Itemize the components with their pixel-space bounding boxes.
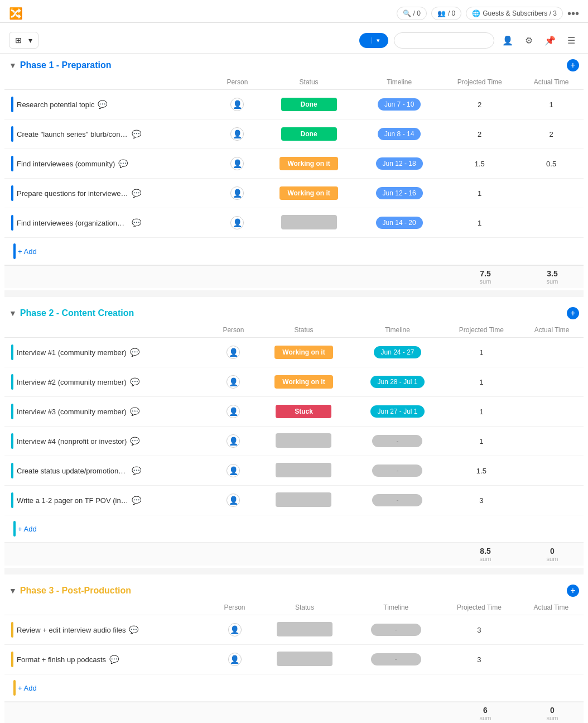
avatar[interactable]: 👤 bbox=[226, 405, 240, 418]
avatar[interactable]: 👤 bbox=[230, 216, 244, 229]
comment-icon[interactable]: 💬 bbox=[130, 348, 139, 357]
table-row: Interview #4 (nonprofit or investor) 💬 👤… bbox=[4, 427, 584, 456]
avatar[interactable]: 👤 bbox=[228, 623, 242, 636]
add-row[interactable]: + Add bbox=[4, 238, 584, 265]
projected-time: 3 bbox=[440, 645, 519, 674]
settings-icon[interactable]: ⚙ bbox=[521, 32, 537, 48]
search-input[interactable] bbox=[394, 32, 494, 49]
comment-icon[interactable]: 💬 bbox=[98, 100, 107, 109]
color-bar bbox=[11, 622, 13, 638]
phase-add-button[interactable]: + bbox=[567, 585, 579, 597]
guests-label: Guests & Subscribers / 3 bbox=[483, 9, 557, 17]
projected-sum: 7.5 sum bbox=[463, 269, 508, 285]
avatar[interactable]: 👤 bbox=[230, 157, 244, 170]
comment-icon[interactable]: 💬 bbox=[130, 437, 139, 446]
search-badge-icon: 🔍 bbox=[403, 9, 411, 17]
comment-icon[interactable]: 💬 bbox=[132, 130, 141, 138]
phase-header-phase2: ▼ Phase 2 - Content Creation + bbox=[4, 301, 584, 323]
row-name-text: Interview #2 (community member) bbox=[17, 378, 127, 386]
phase-toggle-icon[interactable]: ▼ bbox=[9, 61, 17, 70]
add-label[interactable]: + Add bbox=[18, 247, 37, 256]
phase-toggle-icon[interactable]: ▼ bbox=[9, 586, 17, 595]
phase-add-button[interactable]: + bbox=[567, 59, 579, 71]
avatar[interactable]: 👤 bbox=[226, 494, 240, 507]
comment-icon[interactable]: 💬 bbox=[132, 218, 141, 227]
row-name-text: Review + edit interview audio files bbox=[17, 626, 126, 634]
table-row: Prepare questions for interviewees 💬 👤 W… bbox=[4, 179, 584, 208]
avatar[interactable]: 👤 bbox=[226, 464, 240, 477]
phase-title[interactable]: Phase 1 - Preparation bbox=[20, 60, 112, 70]
more-options-icon[interactable]: ••• bbox=[567, 7, 579, 20]
projected-time: 1 bbox=[442, 427, 520, 456]
color-bar bbox=[11, 344, 13, 360]
avatar[interactable]: 👤 bbox=[226, 346, 240, 359]
avatar[interactable]: 👤 bbox=[226, 375, 240, 389]
row-name-text: Find interviewees (community) bbox=[17, 160, 115, 168]
actual-time bbox=[520, 338, 584, 367]
phase-add-button[interactable]: + bbox=[567, 307, 579, 319]
main-table-button[interactable]: ⊞ ▾ bbox=[9, 32, 38, 49]
table-row: Interview #3 (community member) 💬 👤 Stuc… bbox=[4, 397, 584, 427]
actual-sum: 0 sum bbox=[530, 547, 575, 562]
row-name-text: Research potential topic bbox=[17, 100, 94, 109]
comment-icon[interactable]: 💬 bbox=[132, 496, 141, 505]
actual-time: 1 bbox=[519, 90, 584, 119]
actual-time bbox=[520, 486, 584, 515]
guests-badge[interactable]: 🌐 Guests & Subscribers / 3 bbox=[466, 7, 563, 20]
add-label[interactable]: + Add bbox=[18, 525, 37, 533]
avatar[interactable]: 👤 bbox=[226, 434, 240, 448]
add-row[interactable]: + Add bbox=[4, 674, 584, 702]
row-name-text: Interview #3 (community member) bbox=[17, 408, 127, 416]
comment-icon[interactable]: 💬 bbox=[129, 625, 138, 634]
actual-sum: 0 sum bbox=[530, 706, 575, 721]
actual-time bbox=[519, 179, 584, 208]
account-icon[interactable]: 👤 bbox=[500, 32, 515, 48]
comment-icon[interactable]: 💬 bbox=[118, 159, 128, 168]
summary-row: 6 sum 0 sum bbox=[4, 702, 584, 723]
table-row: Create "launch series" blurb/concept 💬 👤… bbox=[4, 119, 584, 149]
col-header: Person bbox=[215, 75, 259, 90]
col-header: Projected Time bbox=[440, 75, 519, 90]
pin-icon[interactable]: 📌 bbox=[542, 32, 558, 48]
projected-time: 1 bbox=[440, 208, 519, 238]
phase-title[interactable]: Phase 2 - Content Creation bbox=[20, 308, 134, 318]
projected-time: 2 bbox=[440, 90, 519, 119]
phase-toggle-icon[interactable]: ▼ bbox=[9, 309, 17, 318]
add-label[interactable]: + Add bbox=[18, 684, 37, 692]
users-badge-count: / 0 bbox=[448, 9, 455, 17]
color-bar bbox=[11, 374, 13, 390]
color-bar bbox=[11, 156, 13, 171]
app-icon: 🔀 bbox=[9, 7, 23, 20]
color-bar bbox=[11, 404, 13, 419]
summary-row: 8.5 sum 0 sum bbox=[4, 543, 584, 566]
row-name-text: Format + finish up podcasts bbox=[17, 655, 106, 664]
color-bar bbox=[11, 492, 13, 508]
col-header: Projected Time bbox=[442, 323, 520, 338]
filter-icon[interactable]: ☰ bbox=[563, 32, 579, 48]
actual-time: 2 bbox=[519, 119, 584, 149]
actual-time bbox=[519, 615, 584, 645]
col-header: Person bbox=[213, 600, 257, 615]
add-row[interactable]: + Add bbox=[4, 515, 584, 543]
avatar[interactable]: 👤 bbox=[230, 186, 244, 200]
phase-header-phase1: ▼ Phase 1 - Preparation + bbox=[4, 54, 584, 75]
comment-icon[interactable]: 💬 bbox=[130, 407, 139, 416]
avatar[interactable]: 👤 bbox=[230, 98, 244, 111]
new-item-button[interactable]: ▾ bbox=[359, 33, 388, 48]
col-header: Status bbox=[255, 323, 352, 338]
col-name bbox=[4, 75, 215, 90]
comment-icon[interactable]: 💬 bbox=[132, 466, 141, 475]
row-name-text: Write a 1-2 pager on TF POV (incl edits) bbox=[17, 496, 128, 505]
avatar[interactable]: 👤 bbox=[230, 127, 244, 141]
actual-time bbox=[520, 456, 584, 486]
avatar[interactable]: 👤 bbox=[228, 653, 242, 666]
color-bar bbox=[11, 126, 13, 142]
color-bar bbox=[11, 185, 13, 201]
users-badge[interactable]: 👥 / 0 bbox=[431, 7, 461, 20]
comment-icon[interactable]: 💬 bbox=[132, 189, 141, 198]
projected-time: 1 bbox=[442, 397, 520, 427]
comment-icon[interactable]: 💬 bbox=[109, 655, 119, 664]
comment-icon[interactable]: 💬 bbox=[130, 377, 139, 386]
phase-title[interactable]: Phase 3 - Post-Production bbox=[20, 586, 131, 596]
search-badge[interactable]: 🔍 / 0 bbox=[397, 7, 427, 20]
